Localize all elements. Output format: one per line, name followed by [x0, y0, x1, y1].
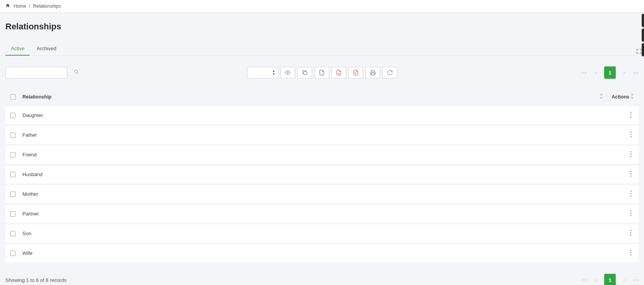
row-checkbox[interactable]: [10, 251, 15, 256]
svg-point-20: [630, 210, 632, 212]
home-icon[interactable]: [5, 3, 11, 9]
svg-point-0: [75, 70, 78, 73]
table-row: Husband: [5, 165, 639, 183]
svg-point-13: [630, 156, 632, 157]
row-checkbox[interactable]: [10, 231, 15, 236]
row-checkbox[interactable]: [10, 152, 15, 158]
row-actions-menu[interactable]: [628, 190, 634, 198]
table-row: Partner: [5, 205, 639, 223]
row-name: Wife: [22, 250, 603, 256]
row-actions-menu[interactable]: [628, 112, 634, 119]
export-xls-button[interactable]: [331, 67, 346, 78]
svg-point-9: [630, 134, 632, 135]
expand-icon[interactable]: [636, 49, 642, 55]
sort-icon[interactable]: [600, 93, 603, 100]
svg-point-26: [630, 250, 632, 251]
svg-point-27: [630, 252, 632, 253]
row-name: Husband: [22, 171, 603, 177]
svg-point-10: [630, 136, 632, 137]
tabs: Active Archived: [5, 42, 639, 56]
breadcrumb-current: Relationships: [33, 3, 61, 9]
row-checkbox[interactable]: [10, 192, 15, 197]
svg-point-21: [630, 213, 632, 214]
svg-point-7: [630, 117, 632, 118]
row-actions-menu[interactable]: [628, 249, 634, 257]
breadcrumb-home[interactable]: Home: [14, 3, 26, 9]
tab-active[interactable]: Active: [5, 42, 30, 55]
page-next[interactable]: >: [623, 70, 626, 76]
svg-point-17: [630, 191, 632, 192]
svg-point-5: [630, 112, 632, 113]
row-actions-menu[interactable]: [628, 151, 634, 158]
svg-point-22: [630, 215, 632, 216]
row-checkbox[interactable]: [10, 211, 15, 217]
toggle-visibility-button[interactable]: [280, 67, 295, 78]
table-row: Mother: [5, 185, 639, 203]
record-status: Showing 1 to 8 of 8 records: [5, 277, 67, 283]
svg-point-28: [630, 254, 632, 256]
row-actions-menu[interactable]: [628, 210, 634, 217]
row-checkbox[interactable]: [10, 132, 15, 138]
breadcrumb-sep: /: [29, 3, 30, 9]
svg-rect-2: [304, 71, 307, 75]
page-prev[interactable]: <: [594, 70, 598, 76]
row-name: Father: [22, 132, 603, 138]
row-actions-menu[interactable]: [628, 230, 634, 237]
search-input-container[interactable]: [5, 67, 67, 78]
select-all-checkbox[interactable]: [10, 94, 15, 100]
sort-icon[interactable]: [630, 93, 634, 100]
page-size-select[interactable]: [247, 67, 278, 78]
svg-point-14: [630, 171, 632, 172]
svg-point-1: [287, 72, 289, 73]
svg-text:csv: csv: [321, 73, 323, 75]
svg-point-15: [630, 173, 632, 175]
table-row: Son: [5, 224, 639, 243]
table-header: Relationship Actions: [5, 87, 639, 106]
export-pdf-button[interactable]: [348, 67, 363, 78]
pagination-top: << < 1 > >>: [581, 66, 639, 79]
page-current[interactable]: 1: [604, 66, 616, 79]
svg-point-23: [630, 230, 632, 231]
tab-archived[interactable]: Archived: [31, 42, 62, 55]
side-handles[interactable]: [642, 14, 644, 56]
row-name: Partner: [22, 211, 603, 217]
copy-button[interactable]: [297, 67, 312, 78]
search-icon[interactable]: [74, 70, 79, 76]
svg-point-8: [630, 132, 632, 133]
row-name: Friend: [22, 152, 603, 158]
export-csv-button[interactable]: csv: [314, 67, 329, 78]
table-row: Friend: [5, 146, 639, 164]
row-checkbox[interactable]: [10, 172, 15, 177]
table-row: Father: [5, 126, 639, 144]
header-actions[interactable]: Actions: [603, 93, 634, 100]
page-title: Relationships: [5, 22, 639, 32]
svg-point-16: [630, 176, 632, 177]
page-current[interactable]: 1: [604, 274, 616, 285]
breadcrumb: Home / Relationships: [0, 0, 644, 12]
svg-rect-4: [371, 73, 374, 75]
svg-point-18: [630, 193, 632, 194]
table-body: DaughterFatherFriendHusbandMotherPartner…: [5, 106, 639, 262]
row-name: Daughter: [22, 112, 603, 118]
page-first[interactable]: <<: [581, 277, 587, 283]
page-last[interactable]: >>: [633, 70, 639, 76]
row-actions-menu[interactable]: [628, 171, 634, 178]
page-next[interactable]: >: [623, 277, 626, 283]
row-name: Mother: [22, 191, 603, 197]
pagination-bottom: << < 1 > >>: [581, 274, 639, 285]
page-last[interactable]: >>: [633, 277, 639, 283]
row-name: Son: [22, 231, 603, 236]
table-row: Wife: [5, 244, 639, 262]
row-checkbox[interactable]: [10, 113, 15, 118]
print-button[interactable]: [366, 67, 380, 78]
search-input[interactable]: [9, 70, 74, 76]
table-row: Daughter: [5, 106, 639, 124]
row-actions-menu[interactable]: [628, 131, 634, 139]
svg-point-25: [630, 235, 632, 236]
svg-point-11: [630, 151, 632, 153]
refresh-button[interactable]: [383, 67, 397, 78]
page-prev[interactable]: <: [594, 277, 598, 283]
svg-point-6: [630, 114, 632, 115]
page-first[interactable]: <<: [581, 70, 587, 76]
header-relationship[interactable]: Relationship: [22, 93, 603, 100]
